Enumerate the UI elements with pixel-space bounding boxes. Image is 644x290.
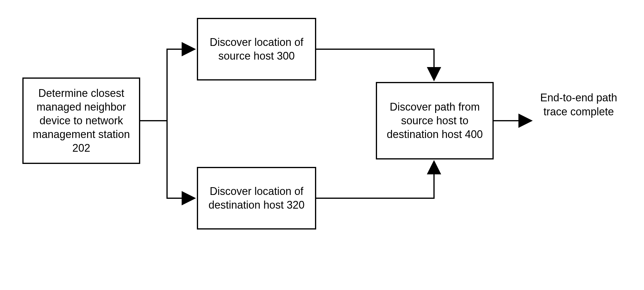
edge-source-to-path [316, 49, 434, 80]
box-discover-path-text: Discover path from source host to destin… [381, 100, 488, 141]
end-label: End-to-end path trace complete [534, 91, 623, 119]
box-determine-text: Determine closest managed neighbor devic… [28, 86, 135, 155]
edge-dest-to-path [316, 162, 434, 198]
box-discover-dest-text: Discover location of destination host 32… [202, 184, 311, 212]
end-label-text: End-to-end path trace complete [540, 92, 617, 118]
box-discover-source: Discover location of source host 300 [197, 18, 316, 80]
box-discover-source-text: Discover location of source host 300 [202, 35, 311, 63]
box-determine-closest: Determine closest managed neighbor devic… [22, 77, 140, 164]
box-discover-path: Discover path from source host to destin… [376, 82, 494, 159]
box-discover-dest: Discover location of destination host 32… [197, 167, 316, 229]
edge-to-dest [167, 121, 194, 198]
edge-to-source [167, 49, 194, 121]
